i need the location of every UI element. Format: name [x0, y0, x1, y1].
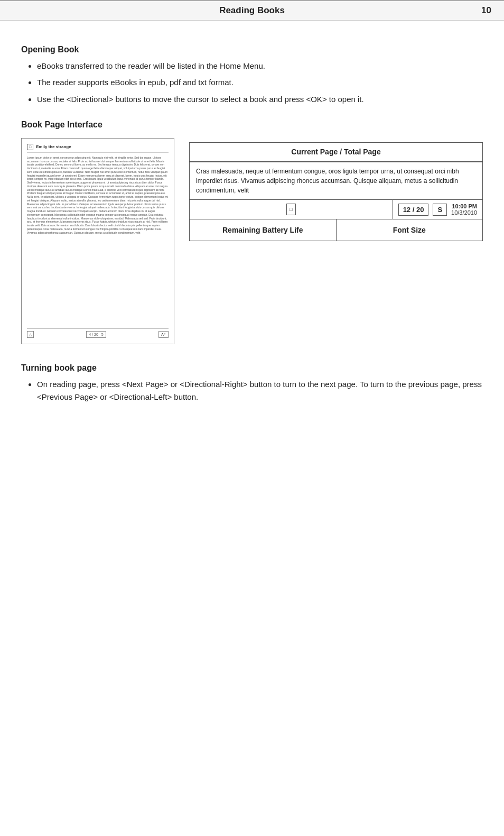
mid-left-inner: □ [286, 204, 296, 215]
current-total-page-annotation: Current Page / Total Page [189, 142, 483, 162]
book-icon: □ [27, 144, 33, 150]
page-container: Reading Books 10 Opening Book eBooks tra… [0, 0, 504, 428]
book-page-nav: △ [27, 331, 34, 338]
book-mockup-title: □ Emily the strange [27, 144, 169, 153]
quote-text-annotation: Cras malesuada, neque ut fermentum congu… [189, 162, 483, 200]
book-prev-icon: △ [27, 331, 34, 338]
opening-book-list: eBooks transferred to the reader will be… [21, 60, 483, 105]
time-text: 10:00 PM [451, 203, 477, 209]
book-mockup: □ Emily the strange Lorem ipsum dolor si… [21, 138, 174, 344]
font-size-annotation: Font Size [336, 219, 483, 241]
turning-section: Turning book page On reading page, press… [21, 363, 483, 403]
bottom-row-annotation: Remaining Battery Life Font Size [189, 219, 483, 241]
opening-book-heading: Opening Book [21, 45, 483, 54]
book-body-text: Lorem ipsum dolor sit amet, consectetur … [27, 156, 169, 325]
date-text: 10/3/2010 [451, 209, 477, 216]
page-indicator: 12 / 20 [398, 204, 429, 216]
book-bottom-bar: △ 4 / 20 5 A⁺ [27, 328, 169, 338]
list-item: Use the <Directional> buttons to move th… [37, 93, 483, 105]
annotation-overlay: Current Page / Total Page Cras malesuada… [184, 138, 483, 344]
book-font-size: A⁺ [158, 331, 169, 338]
datetime-annotation: 10:00 PM 10/3/2010 [451, 203, 477, 216]
font-size-indicator: S [433, 204, 447, 216]
book-page-interface-heading: Book Page Interface [21, 120, 483, 130]
list-item: The reader supports eBooks in epub, pdf … [37, 76, 483, 88]
header-page-number: 10 [475, 5, 491, 16]
page-header: Reading Books 10 [0, 0, 504, 21]
header-title: Reading Books [29, 5, 475, 16]
diagram-area: □ Emily the strange Lorem ipsum dolor si… [21, 138, 483, 344]
mid-right-annotation: 12 / 20 S 10:00 PM 10/3/2010 [393, 200, 482, 219]
book-page-display: 4 / 20 5 [86, 331, 106, 338]
mid-row-annotation: □ 12 / 20 S 10:00 PM 10/3/2010 [189, 200, 483, 219]
turning-page-list: On reading page, press <Next Page> or <D… [21, 378, 483, 403]
mid-left-annotation: □ [190, 200, 393, 219]
list-item: eBooks transferred to the reader will be… [37, 60, 483, 72]
page-icon: □ [286, 204, 296, 215]
turning-page-heading: Turning book page [21, 363, 483, 373]
list-item: On reading page, press <Next Page> or <D… [37, 378, 483, 403]
content-area: Opening Book eBooks transferred to the r… [0, 21, 504, 428]
remaining-battery-life-annotation: Remaining Battery Life [189, 219, 336, 241]
